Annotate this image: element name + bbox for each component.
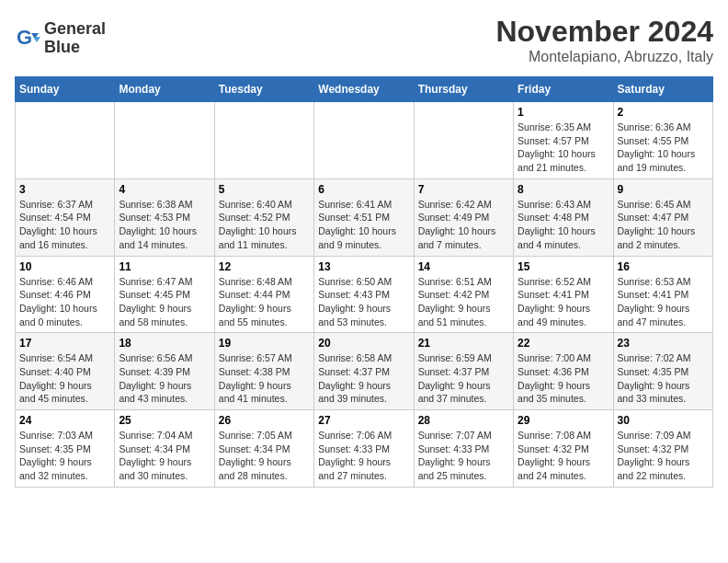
day-number: 17 <box>19 337 110 350</box>
day-info: Sunrise: 6:59 AM Sunset: 4:37 PM Dayligh… <box>418 351 509 406</box>
day-info: Sunrise: 6:41 AM Sunset: 4:51 PM Dayligh… <box>318 198 409 252</box>
day-number: 21 <box>418 337 509 350</box>
day-info: Sunrise: 7:07 AM Sunset: 4:33 PM Dayligh… <box>418 429 509 483</box>
calendar-cell: 20Sunrise: 6:58 AM Sunset: 4:37 PM Dayli… <box>314 333 414 410</box>
day-number: 23 <box>618 337 709 350</box>
day-info: Sunrise: 6:46 AM Sunset: 4:46 PM Dayligh… <box>19 275 110 329</box>
day-info: Sunrise: 7:00 AM Sunset: 4:36 PM Dayligh… <box>518 351 609 406</box>
day-info: Sunrise: 7:02 AM Sunset: 4:35 PM Dayligh… <box>618 351 709 406</box>
day-number: 30 <box>618 414 709 427</box>
weekday-header-row: SundayMondayTuesdayWednesdayThursdayFrid… <box>16 77 713 102</box>
calendar-week-row: 1Sunrise: 6:35 AM Sunset: 4:57 PM Daylig… <box>16 102 713 179</box>
calendar-cell: 11Sunrise: 6:47 AM Sunset: 4:45 PM Dayli… <box>115 256 214 333</box>
calendar-subtitle: Montelapiano, Abruzzo, Italy <box>495 49 713 65</box>
day-info: Sunrise: 6:48 AM Sunset: 4:44 PM Dayligh… <box>219 275 310 329</box>
calendar-cell: 1Sunrise: 6:35 AM Sunset: 4:57 PM Daylig… <box>514 102 613 179</box>
day-number: 29 <box>518 414 609 427</box>
calendar-cell: 27Sunrise: 7:06 AM Sunset: 4:33 PM Dayli… <box>314 410 414 488</box>
calendar-cell: 23Sunrise: 7:02 AM Sunset: 4:35 PM Dayli… <box>613 333 712 410</box>
day-number: 2 <box>618 106 709 119</box>
calendar-cell: 14Sunrise: 6:51 AM Sunset: 4:42 PM Dayli… <box>414 256 513 333</box>
day-info: Sunrise: 7:06 AM Sunset: 4:33 PM Dayligh… <box>318 429 409 483</box>
day-number: 3 <box>19 183 110 196</box>
calendar-cell: 13Sunrise: 6:50 AM Sunset: 4:43 PM Dayli… <box>314 256 414 333</box>
calendar-cell: 3Sunrise: 6:37 AM Sunset: 4:54 PM Daylig… <box>16 178 115 256</box>
calendar-title: November 2024 <box>495 15 713 49</box>
weekday-header: Saturday <box>613 77 712 102</box>
day-info: Sunrise: 7:09 AM Sunset: 4:32 PM Dayligh… <box>618 429 709 483</box>
weekday-header: Thursday <box>414 77 513 102</box>
calendar-cell: 29Sunrise: 7:08 AM Sunset: 4:32 PM Dayli… <box>514 410 613 488</box>
day-info: Sunrise: 6:38 AM Sunset: 4:53 PM Dayligh… <box>119 198 210 252</box>
logo: G General Blue <box>15 20 106 57</box>
day-number: 1 <box>518 106 609 119</box>
day-number: 24 <box>19 414 110 427</box>
day-number: 7 <box>418 183 509 196</box>
day-number: 9 <box>618 183 709 196</box>
calendar-week-row: 10Sunrise: 6:46 AM Sunset: 4:46 PM Dayli… <box>16 256 713 333</box>
day-number: 19 <box>219 337 310 350</box>
calendar-cell <box>115 102 214 179</box>
day-number: 25 <box>119 414 210 427</box>
logo-icon: G <box>15 26 40 52</box>
calendar-cell: 6Sunrise: 6:41 AM Sunset: 4:51 PM Daylig… <box>314 178 414 256</box>
day-info: Sunrise: 6:36 AM Sunset: 4:55 PM Dayligh… <box>618 121 709 175</box>
calendar-cell: 25Sunrise: 7:04 AM Sunset: 4:34 PM Dayli… <box>115 410 214 488</box>
svg-marker-2 <box>33 37 40 42</box>
day-number: 12 <box>219 260 310 273</box>
logo-text: General Blue <box>44 20 106 57</box>
day-number: 5 <box>219 183 310 196</box>
day-number: 10 <box>19 260 110 273</box>
day-info: Sunrise: 7:05 AM Sunset: 4:34 PM Dayligh… <box>219 429 310 483</box>
weekday-header: Friday <box>514 77 613 102</box>
day-number: 8 <box>518 183 609 196</box>
day-info: Sunrise: 7:03 AM Sunset: 4:35 PM Dayligh… <box>19 429 110 483</box>
calendar-cell: 5Sunrise: 6:40 AM Sunset: 4:52 PM Daylig… <box>214 178 313 256</box>
calendar-cell <box>314 102 414 179</box>
day-info: Sunrise: 6:40 AM Sunset: 4:52 PM Dayligh… <box>219 198 310 252</box>
calendar-table: SundayMondayTuesdayWednesdayThursdayFrid… <box>15 76 713 488</box>
calendar-cell: 4Sunrise: 6:38 AM Sunset: 4:53 PM Daylig… <box>115 178 214 256</box>
day-info: Sunrise: 6:35 AM Sunset: 4:57 PM Dayligh… <box>518 121 609 175</box>
logo-line2: Blue <box>44 39 106 57</box>
header: G General Blue November 2024 Montelapian… <box>15 15 713 65</box>
calendar-week-row: 24Sunrise: 7:03 AM Sunset: 4:35 PM Dayli… <box>16 410 713 488</box>
day-info: Sunrise: 7:08 AM Sunset: 4:32 PM Dayligh… <box>518 429 609 483</box>
day-info: Sunrise: 6:54 AM Sunset: 4:40 PM Dayligh… <box>19 351 110 406</box>
day-info: Sunrise: 6:51 AM Sunset: 4:42 PM Dayligh… <box>418 275 509 329</box>
day-info: Sunrise: 6:57 AM Sunset: 4:38 PM Dayligh… <box>219 351 310 406</box>
calendar-cell: 2Sunrise: 6:36 AM Sunset: 4:55 PM Daylig… <box>613 102 712 179</box>
day-number: 16 <box>618 260 709 273</box>
day-number: 28 <box>418 414 509 427</box>
title-block: November 2024 Montelapiano, Abruzzo, Ita… <box>495 15 713 65</box>
weekday-header: Monday <box>115 77 214 102</box>
calendar-cell: 18Sunrise: 6:56 AM Sunset: 4:39 PM Dayli… <box>115 333 214 410</box>
calendar-cell: 26Sunrise: 7:05 AM Sunset: 4:34 PM Dayli… <box>214 410 313 488</box>
day-info: Sunrise: 7:04 AM Sunset: 4:34 PM Dayligh… <box>119 429 210 483</box>
day-info: Sunrise: 6:45 AM Sunset: 4:47 PM Dayligh… <box>618 198 709 252</box>
weekday-header: Wednesday <box>314 77 414 102</box>
calendar-cell <box>16 102 115 179</box>
calendar-cell: 9Sunrise: 6:45 AM Sunset: 4:47 PM Daylig… <box>613 178 712 256</box>
day-number: 4 <box>119 183 210 196</box>
day-number: 6 <box>318 183 409 196</box>
day-info: Sunrise: 6:53 AM Sunset: 4:41 PM Dayligh… <box>618 275 709 329</box>
weekday-header: Tuesday <box>214 77 313 102</box>
day-info: Sunrise: 6:58 AM Sunset: 4:37 PM Dayligh… <box>318 351 409 406</box>
calendar-week-row: 3Sunrise: 6:37 AM Sunset: 4:54 PM Daylig… <box>16 178 713 256</box>
weekday-header: Sunday <box>16 77 115 102</box>
calendar-cell: 12Sunrise: 6:48 AM Sunset: 4:44 PM Dayli… <box>214 256 313 333</box>
day-number: 22 <box>518 337 609 350</box>
calendar-cell: 24Sunrise: 7:03 AM Sunset: 4:35 PM Dayli… <box>16 410 115 488</box>
day-info: Sunrise: 6:50 AM Sunset: 4:43 PM Dayligh… <box>318 275 409 329</box>
calendar-cell: 8Sunrise: 6:43 AM Sunset: 4:48 PM Daylig… <box>514 178 613 256</box>
calendar-cell: 15Sunrise: 6:52 AM Sunset: 4:41 PM Dayli… <box>514 256 613 333</box>
day-number: 13 <box>318 260 409 273</box>
calendar-cell: 16Sunrise: 6:53 AM Sunset: 4:41 PM Dayli… <box>613 256 712 333</box>
day-info: Sunrise: 6:56 AM Sunset: 4:39 PM Dayligh… <box>119 351 210 406</box>
calendar-cell: 10Sunrise: 6:46 AM Sunset: 4:46 PM Dayli… <box>16 256 115 333</box>
calendar-week-row: 17Sunrise: 6:54 AM Sunset: 4:40 PM Dayli… <box>16 333 713 410</box>
calendar-cell: 21Sunrise: 6:59 AM Sunset: 4:37 PM Dayli… <box>414 333 513 410</box>
calendar-cell: 28Sunrise: 7:07 AM Sunset: 4:33 PM Dayli… <box>414 410 513 488</box>
day-info: Sunrise: 6:52 AM Sunset: 4:41 PM Dayligh… <box>518 275 609 329</box>
